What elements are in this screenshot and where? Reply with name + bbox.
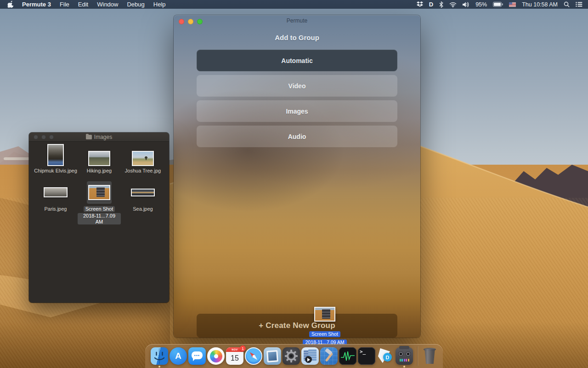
eq-bar: [404, 359, 405, 362]
file-name: Chipmuk Elvis.jpeg: [34, 168, 77, 174]
add-to-group-heading: Add to Group: [174, 34, 420, 41]
file-name: Joshua Tree.jpg: [121, 168, 164, 174]
xcode-icon: [320, 347, 338, 365]
photos-flower: [210, 350, 222, 362]
dock-icon-terminal[interactable]: >_: [358, 347, 375, 365]
finder-minimize-button[interactable]: [41, 135, 46, 139]
menu-debug[interactable]: Debug: [127, 1, 144, 8]
file-thumb-box: [121, 180, 164, 204]
file-item-hiking[interactable]: Hiking.jpeg: [78, 141, 121, 174]
calendar-day: 15: [226, 352, 243, 365]
image-thumbnail: [47, 144, 64, 166]
menu-clock[interactable]: Thu 10:58 AM: [522, 1, 558, 8]
dock-icon-downie[interactable]: D: [377, 347, 394, 365]
file-item-chipmuk-elvis[interactable]: Chipmuk Elvis.jpeg: [34, 141, 77, 174]
drag-ghost-thumbnail[interactable]: [314, 307, 335, 322]
speech-bubble: •••: [192, 351, 203, 359]
file-item-joshua-tree[interactable]: Joshua Tree.jpg: [121, 141, 164, 174]
mini-window-art: [96, 187, 105, 197]
file-item-paris[interactable]: Paris.jpeg: [34, 180, 77, 212]
eq-bar: [406, 359, 407, 362]
image-thumbnail: [132, 151, 154, 166]
group-button-video[interactable]: Video: [197, 75, 397, 97]
permute-window: Permute Add to Group Automatic Video Ima…: [174, 15, 420, 338]
dock-icon-system-preferences[interactable]: [283, 347, 300, 365]
bluetooth-icon[interactable]: [439, 1, 443, 8]
image-thumbnail: [88, 185, 110, 200]
dock-icon-finder[interactable]: [151, 347, 168, 365]
finder-window: Images Chipmuk Elvis.jpeg Hiking.jpeg Jo…: [29, 132, 169, 303]
finder-zoom-button[interactable]: [49, 135, 54, 139]
battery-percent: 95%: [475, 1, 487, 8]
robot-equalizer-mouth: [396, 359, 413, 362]
notification-center-icon[interactable]: [576, 2, 582, 7]
folder-icon: [86, 135, 92, 139]
menu-bar: Permute 3 File Edit Window Debug Help D …: [0, 0, 588, 9]
group-button-automatic[interactable]: Automatic: [197, 50, 397, 71]
volume-icon[interactable]: [463, 2, 469, 7]
menu-help[interactable]: Help: [153, 1, 166, 8]
file-item-sea[interactable]: Sea.jpeg: [121, 180, 164, 212]
file-name: Sea.jpeg: [121, 206, 164, 212]
mini-window-art: [322, 309, 330, 319]
play-badge: [305, 356, 312, 363]
finder-icon: [151, 347, 168, 365]
menu-app-name[interactable]: Permute 3: [22, 1, 51, 8]
robot-lid: [399, 346, 409, 349]
dock-icon-quicktime[interactable]: [301, 347, 319, 365]
image-thumbnail: [88, 151, 110, 166]
terminal-icon: >_: [358, 347, 375, 365]
file-name: Hiking.jpeg: [78, 168, 121, 174]
downie-disc: D: [383, 353, 392, 362]
finder-titlebar[interactable]: Images: [29, 132, 169, 142]
dock-icon-photos[interactable]: [207, 347, 225, 365]
group-button-images[interactable]: Images: [197, 100, 397, 122]
battery-icon[interactable]: [493, 2, 503, 7]
dropbox-icon[interactable]: [417, 1, 423, 7]
trash-icon: [424, 349, 435, 364]
dock-icon-permute[interactable]: [396, 347, 413, 365]
file-name: Paris.jpeg: [34, 206, 77, 212]
menu-file[interactable]: File: [60, 1, 69, 8]
dock-icon-safari[interactable]: [245, 347, 262, 365]
file-name-line1: Screen Shot: [84, 206, 115, 212]
dock: A ••• NOV 15 1: [145, 344, 443, 368]
robot-eyes: [396, 351, 413, 356]
selection-highlight: [87, 181, 112, 204]
permute-window-title: Permute: [174, 17, 420, 24]
dock-icon-messages[interactable]: •••: [188, 347, 206, 365]
finder-traffic-lights: [34, 135, 54, 139]
group-button-audio[interactable]: Audio: [197, 126, 397, 147]
permute-icon: [396, 347, 413, 365]
running-indicator: [403, 366, 405, 368]
dock-icon-mail[interactable]: [264, 347, 281, 365]
messages-icon: •••: [188, 347, 206, 365]
spotlight-icon[interactable]: [564, 1, 570, 7]
finder-close-button[interactable]: [34, 135, 38, 139]
finder-title-text: Images: [94, 134, 112, 140]
d-app-icon[interactable]: D: [429, 1, 433, 8]
file-item-screen-shot[interactable]: Screen Shot 2018-11...7.09 AM: [78, 180, 121, 225]
dock-icon-activity-monitor[interactable]: [339, 347, 356, 365]
dock-icon-calendar[interactable]: NOV 15 1: [226, 347, 243, 365]
wifi-icon[interactable]: [449, 2, 457, 7]
quicktime-icon: [301, 347, 319, 365]
menu-bar-status: D 95% Thu 10:58 AM: [417, 1, 588, 8]
stamp-inner-art: [268, 351, 277, 361]
dock-icon-xcode[interactable]: [320, 347, 338, 365]
file-thumb-box: [121, 141, 164, 166]
menu-edit[interactable]: Edit: [78, 1, 88, 8]
menu-window[interactable]: Window: [97, 1, 118, 8]
tree-silhouette: [145, 156, 147, 161]
downie-icon: D: [377, 347, 394, 365]
eq-bar: [401, 359, 403, 362]
photos-icon: [207, 347, 225, 365]
input-flag-icon[interactable]: [509, 2, 516, 7]
dock-icon-app-store[interactable]: A: [170, 347, 187, 365]
menu-bar-left: Permute 3 File Edit Window Debug Help: [0, 1, 166, 8]
image-thumbnail: [44, 187, 68, 197]
robot-eye: [398, 351, 403, 356]
apple-menu-icon[interactable]: [7, 1, 13, 8]
file-name-line2: 2018-11...7.09 AM: [78, 213, 121, 224]
dock-icon-trash[interactable]: [422, 347, 437, 365]
